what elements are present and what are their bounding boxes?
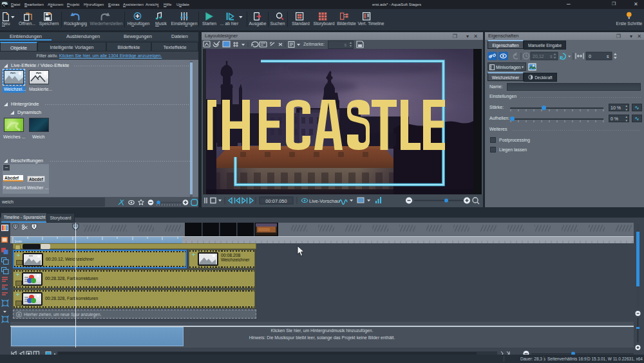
svg-text:s: s xyxy=(550,54,553,59)
svg-text:s: s xyxy=(607,54,609,59)
svg-text:Live-Vorschau: Live-Vorschau xyxy=(309,198,340,204)
svg-text:0: 0 xyxy=(589,54,591,59)
svg-text:20,12: 20,12 xyxy=(533,54,544,59)
svg-text:00:07.050: 00:07.050 xyxy=(265,198,287,204)
